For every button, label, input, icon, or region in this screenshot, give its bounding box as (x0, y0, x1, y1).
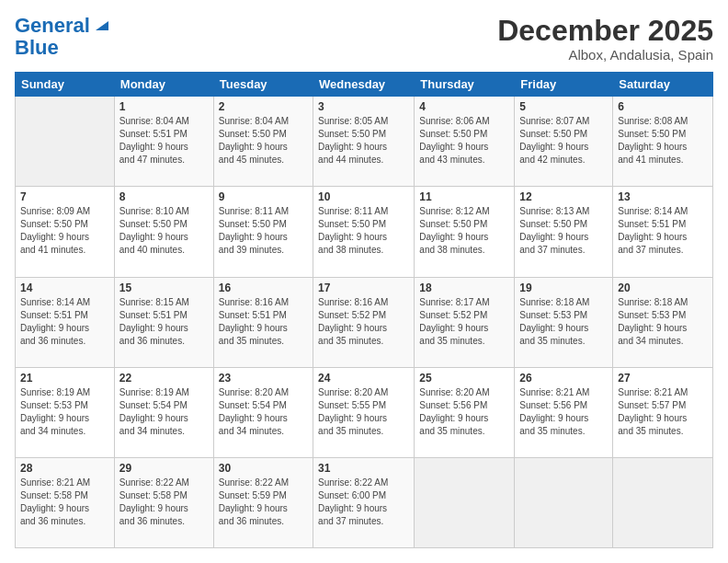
day-info: Sunrise: 8:11 AMSunset: 5:50 PMDaylight:… (318, 205, 409, 257)
calendar-cell (16, 97, 115, 187)
day-number: 24 (318, 372, 409, 385)
day-info: Sunrise: 8:12 AMSunset: 5:50 PMDaylight:… (419, 205, 509, 257)
calendar-week-2: 7Sunrise: 8:09 AMSunset: 5:50 PMDaylight… (16, 187, 713, 277)
calendar-cell: 18Sunrise: 8:17 AMSunset: 5:52 PMDayligh… (415, 277, 515, 367)
day-number: 21 (20, 372, 109, 385)
col-monday: Monday (114, 73, 213, 97)
day-info: Sunrise: 8:20 AMSunset: 5:56 PMDaylight:… (419, 386, 509, 438)
calendar-cell: 9Sunrise: 8:11 AMSunset: 5:50 PMDaylight… (213, 187, 313, 277)
day-number: 5 (519, 100, 608, 113)
day-info: Sunrise: 8:21 AMSunset: 5:57 PMDaylight:… (618, 386, 708, 438)
calendar-cell: 10Sunrise: 8:11 AMSunset: 5:50 PMDayligh… (313, 187, 415, 277)
day-info: Sunrise: 8:18 AMSunset: 5:53 PMDaylight:… (618, 296, 708, 348)
svg-marker-0 (96, 21, 108, 30)
col-thursday: Thursday (415, 73, 515, 97)
logo-icon (92, 14, 112, 34)
calendar-cell (613, 457, 713, 547)
day-number: 7 (20, 190, 109, 203)
day-number: 23 (219, 372, 308, 385)
day-number: 1 (119, 100, 209, 113)
day-number: 22 (119, 372, 209, 385)
day-info: Sunrise: 8:10 AMSunset: 5:50 PMDaylight:… (119, 205, 209, 257)
day-info: Sunrise: 8:16 AMSunset: 5:52 PMDaylight:… (318, 296, 409, 348)
calendar-cell: 11Sunrise: 8:12 AMSunset: 5:50 PMDayligh… (415, 187, 515, 277)
day-number: 25 (419, 372, 509, 385)
day-info: Sunrise: 8:14 AMSunset: 5:51 PMDaylight:… (618, 205, 708, 257)
calendar-cell: 2Sunrise: 8:04 AMSunset: 5:50 PMDaylight… (213, 97, 313, 187)
calendar-cell: 30Sunrise: 8:22 AMSunset: 5:59 PMDayligh… (213, 457, 313, 547)
day-number: 2 (219, 100, 308, 113)
day-info: Sunrise: 8:19 AMSunset: 5:53 PMDaylight:… (20, 386, 109, 438)
calendar-cell: 27Sunrise: 8:21 AMSunset: 5:57 PMDayligh… (613, 367, 713, 457)
calendar-cell: 7Sunrise: 8:09 AMSunset: 5:50 PMDaylight… (16, 187, 115, 277)
day-info: Sunrise: 8:11 AMSunset: 5:50 PMDaylight:… (219, 205, 308, 257)
day-number: 4 (419, 100, 509, 113)
calendar-cell: 5Sunrise: 8:07 AMSunset: 5:50 PMDaylight… (515, 97, 613, 187)
day-info: Sunrise: 8:20 AMSunset: 5:54 PMDaylight:… (219, 386, 308, 438)
day-number: 17 (318, 282, 409, 294)
calendar-cell: 12Sunrise: 8:13 AMSunset: 5:50 PMDayligh… (515, 187, 613, 277)
day-number: 19 (519, 282, 608, 294)
day-number: 30 (219, 462, 308, 475)
calendar-cell: 25Sunrise: 8:20 AMSunset: 5:56 PMDayligh… (415, 367, 515, 457)
logo: General Blue (15, 15, 112, 59)
col-sunday: Sunday (16, 73, 115, 97)
calendar-cell: 28Sunrise: 8:21 AMSunset: 5:58 PMDayligh… (16, 457, 115, 547)
day-info: Sunrise: 8:05 AMSunset: 5:50 PMDaylight:… (318, 115, 409, 167)
calendar-cell: 19Sunrise: 8:18 AMSunset: 5:53 PMDayligh… (515, 277, 613, 367)
day-info: Sunrise: 8:08 AMSunset: 5:50 PMDaylight:… (618, 115, 708, 167)
calendar-cell: 22Sunrise: 8:19 AMSunset: 5:54 PMDayligh… (114, 367, 213, 457)
day-info: Sunrise: 8:22 AMSunset: 5:59 PMDaylight:… (219, 477, 308, 528)
calendar-cell: 15Sunrise: 8:15 AMSunset: 5:51 PMDayligh… (114, 277, 213, 367)
day-info: Sunrise: 8:18 AMSunset: 5:53 PMDaylight:… (519, 296, 608, 348)
day-number: 10 (318, 190, 409, 203)
day-info: Sunrise: 8:14 AMSunset: 5:51 PMDaylight:… (20, 296, 109, 348)
logo-text: General (15, 15, 90, 37)
calendar-cell: 4Sunrise: 8:06 AMSunset: 5:50 PMDaylight… (415, 97, 515, 187)
day-number: 9 (219, 190, 308, 203)
calendar-cell: 17Sunrise: 8:16 AMSunset: 5:52 PMDayligh… (313, 277, 415, 367)
day-number: 20 (618, 282, 708, 294)
day-info: Sunrise: 8:21 AMSunset: 5:58 PMDaylight:… (20, 477, 109, 528)
day-info: Sunrise: 8:07 AMSunset: 5:50 PMDaylight:… (519, 115, 608, 167)
calendar-cell: 29Sunrise: 8:22 AMSunset: 5:58 PMDayligh… (114, 457, 213, 547)
calendar-week-3: 14Sunrise: 8:14 AMSunset: 5:51 PMDayligh… (16, 277, 713, 367)
calendar-table: Sunday Monday Tuesday Wednesday Thursday… (15, 72, 713, 548)
calendar-cell: 3Sunrise: 8:05 AMSunset: 5:50 PMDaylight… (313, 97, 415, 187)
calendar-cell (415, 457, 515, 547)
day-info: Sunrise: 8:04 AMSunset: 5:50 PMDaylight:… (219, 115, 308, 167)
logo-general: General (15, 14, 90, 37)
logo-blue: Blue (15, 37, 112, 59)
day-number: 18 (419, 282, 509, 294)
calendar-cell: 6Sunrise: 8:08 AMSunset: 5:50 PMDaylight… (613, 97, 713, 187)
header: General Blue December 2025 Albox, Andalu… (15, 15, 713, 63)
col-tuesday: Tuesday (213, 73, 313, 97)
day-number: 8 (119, 190, 209, 203)
day-info: Sunrise: 8:22 AMSunset: 5:58 PMDaylight:… (119, 477, 209, 528)
day-number: 26 (519, 372, 608, 385)
day-info: Sunrise: 8:16 AMSunset: 5:51 PMDaylight:… (219, 296, 308, 348)
day-info: Sunrise: 8:19 AMSunset: 5:54 PMDaylight:… (119, 386, 209, 438)
day-number: 29 (119, 462, 209, 475)
calendar-cell: 20Sunrise: 8:18 AMSunset: 5:53 PMDayligh… (613, 277, 713, 367)
col-saturday: Saturday (613, 73, 713, 97)
day-number: 16 (219, 282, 308, 294)
day-info: Sunrise: 8:13 AMSunset: 5:50 PMDaylight:… (519, 205, 608, 257)
day-number: 28 (20, 462, 109, 475)
calendar-cell: 14Sunrise: 8:14 AMSunset: 5:51 PMDayligh… (16, 277, 115, 367)
day-info: Sunrise: 8:15 AMSunset: 5:51 PMDaylight:… (119, 296, 209, 348)
calendar-cell: 31Sunrise: 8:22 AMSunset: 6:00 PMDayligh… (313, 457, 415, 547)
day-number: 14 (20, 282, 109, 294)
day-number: 3 (318, 100, 409, 113)
day-number: 13 (618, 190, 708, 203)
calendar-cell: 16Sunrise: 8:16 AMSunset: 5:51 PMDayligh… (213, 277, 313, 367)
month-title: December 2025 (497, 15, 713, 47)
calendar-cell (515, 457, 613, 547)
calendar-cell: 21Sunrise: 8:19 AMSunset: 5:53 PMDayligh… (16, 367, 115, 457)
day-info: Sunrise: 8:17 AMSunset: 5:52 PMDaylight:… (419, 296, 509, 348)
calendar-header-row: Sunday Monday Tuesday Wednesday Thursday… (16, 73, 713, 97)
calendar-cell: 13Sunrise: 8:14 AMSunset: 5:51 PMDayligh… (613, 187, 713, 277)
location: Albox, Andalusia, Spain (497, 47, 713, 63)
day-number: 15 (119, 282, 209, 294)
day-info: Sunrise: 8:22 AMSunset: 6:00 PMDaylight:… (318, 477, 409, 528)
